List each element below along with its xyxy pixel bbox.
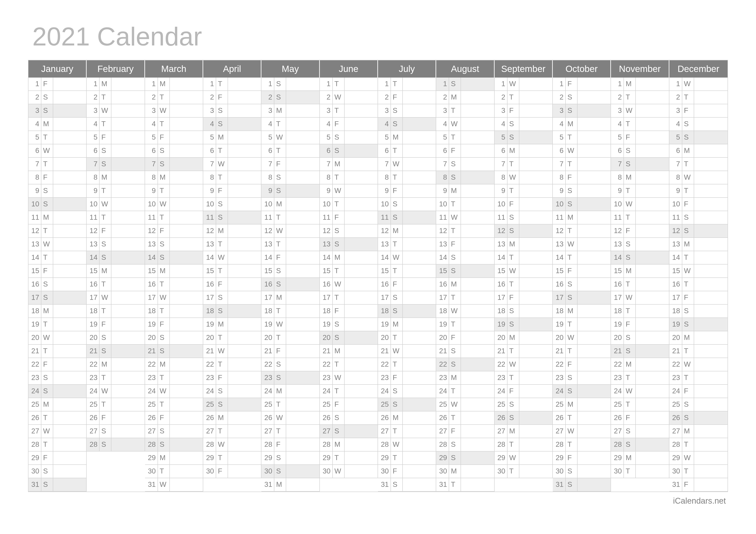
day-space xyxy=(403,144,436,158)
day-empty xyxy=(87,478,145,492)
day-number: 16 xyxy=(436,278,449,291)
day-weekday: S xyxy=(507,131,519,144)
day-number: 14 xyxy=(378,251,391,265)
day-cell: 27S xyxy=(87,425,145,438)
day-number: 11 xyxy=(669,211,682,224)
day-weekday: S xyxy=(274,358,286,371)
day-weekday: W xyxy=(682,265,694,278)
day-cell: 7W xyxy=(203,158,261,171)
day-space xyxy=(694,224,728,238)
day-weekday: S xyxy=(624,158,636,171)
day-cell: 12M xyxy=(378,224,436,238)
day-space xyxy=(403,305,436,318)
day-space xyxy=(578,211,610,224)
day-cell: 2W xyxy=(320,91,378,104)
day-weekday: T xyxy=(41,158,53,171)
day-cell: 9T xyxy=(611,184,669,198)
day-number: 25 xyxy=(261,398,274,411)
day-space xyxy=(578,131,610,144)
day-weekday: F xyxy=(566,451,578,465)
day-number: 12 xyxy=(87,224,99,238)
day-weekday: T xyxy=(449,478,461,492)
day-cell: 16T xyxy=(145,278,203,291)
day-cell: 12S xyxy=(320,224,378,238)
day-weekday: W xyxy=(41,425,53,438)
day-cell: 7S xyxy=(145,158,203,171)
day-cell: 19S xyxy=(320,318,378,331)
day-number: 24 xyxy=(203,385,216,398)
day-space xyxy=(636,318,669,331)
day-number: 23 xyxy=(378,371,391,385)
day-weekday: S xyxy=(158,158,170,171)
day-weekday: T xyxy=(158,371,170,385)
day-cell: 29F xyxy=(28,451,87,465)
day-cell: 13S xyxy=(320,238,378,251)
day-cell: 6S xyxy=(611,144,669,158)
day-weekday: F xyxy=(274,158,286,171)
day-cell: 17M xyxy=(261,291,320,305)
day-space xyxy=(636,117,669,131)
day-space xyxy=(111,117,145,131)
day-cell: 1M xyxy=(145,78,203,91)
day-cell: 12T xyxy=(436,224,494,238)
day-cell: 11M xyxy=(553,211,611,224)
day-weekday: T xyxy=(391,78,403,91)
day-number: 15 xyxy=(320,265,333,278)
day-number: 4 xyxy=(145,117,158,131)
day-cell: 17S xyxy=(28,291,87,305)
day-weekday: S xyxy=(682,411,694,425)
day-space xyxy=(286,158,319,171)
day-weekday: W xyxy=(507,78,519,91)
day-weekday: T xyxy=(391,144,403,158)
day-weekday: T xyxy=(99,398,111,411)
day-space xyxy=(170,358,203,371)
day-weekday: S xyxy=(682,131,694,144)
day-space xyxy=(53,478,86,492)
day-weekday: F xyxy=(216,91,228,104)
day-cell: 14T xyxy=(553,251,611,265)
day-weekday: S xyxy=(391,291,403,305)
day-space xyxy=(694,291,728,305)
day-cell: 24S xyxy=(553,385,611,398)
day-weekday: F xyxy=(449,144,461,158)
day-space xyxy=(694,345,728,358)
day-space xyxy=(228,117,261,131)
month-column: April1T2F3S4S5M6T7W8T9F10S11S12M13T14W15… xyxy=(203,60,261,492)
day-weekday: T xyxy=(682,371,694,385)
day-space xyxy=(228,265,261,278)
day-space xyxy=(345,305,378,318)
day-number: 23 xyxy=(669,371,682,385)
day-number: 28 xyxy=(378,438,391,451)
day-cell: 28T xyxy=(669,438,728,451)
day-cell: 11S xyxy=(495,211,553,224)
day-number: 30 xyxy=(495,465,507,478)
day-space xyxy=(170,345,203,358)
day-space xyxy=(636,104,669,117)
day-space xyxy=(111,184,145,198)
day-cell: 24W xyxy=(145,385,203,398)
day-weekday: T xyxy=(216,331,228,345)
day-number: 19 xyxy=(553,318,566,331)
day-space xyxy=(286,451,319,465)
day-cell: 23T xyxy=(87,371,145,385)
day-weekday: S xyxy=(391,385,403,398)
day-number: 5 xyxy=(553,131,566,144)
day-cell: 22T xyxy=(320,358,378,371)
day-space xyxy=(519,238,552,251)
day-number: 29 xyxy=(261,451,274,465)
day-weekday: T xyxy=(682,158,694,171)
day-space xyxy=(519,465,552,478)
day-number: 8 xyxy=(553,171,566,184)
day-number: 1 xyxy=(145,78,158,91)
day-weekday: S xyxy=(566,465,578,478)
day-number: 17 xyxy=(87,291,99,305)
day-number: 21 xyxy=(320,345,333,358)
day-weekday: W xyxy=(391,438,403,451)
day-cell: 27S xyxy=(320,425,378,438)
day-space xyxy=(578,251,610,265)
day-space xyxy=(461,104,494,117)
day-number: 28 xyxy=(320,438,333,451)
day-weekday: S xyxy=(391,305,403,318)
day-number: 16 xyxy=(203,278,216,291)
day-weekday: S xyxy=(274,371,286,385)
